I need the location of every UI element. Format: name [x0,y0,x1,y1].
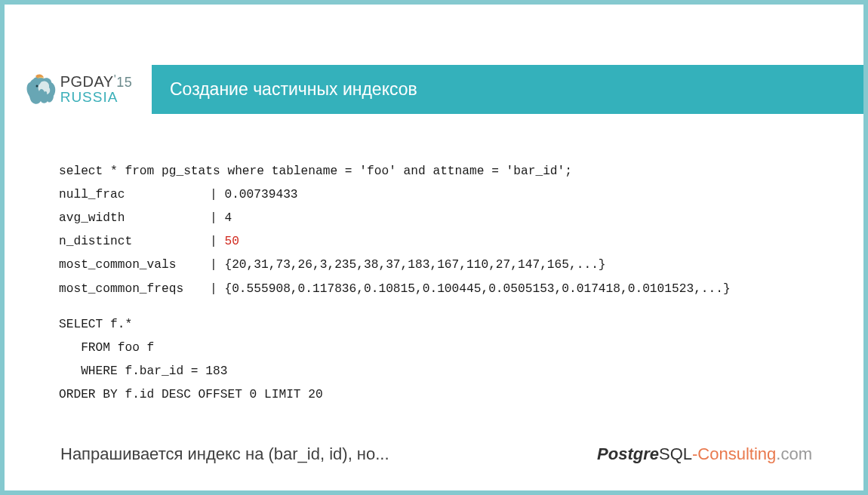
code-line: n_distinct| 50 [59,230,809,254]
logo-russia: RUSSIA [60,90,133,105]
code-line: null_frac| 0.00739433 [59,183,809,207]
footer-brand: PostgreSQL-Consulting.com [597,444,812,464]
logo-pgday: PGDAY [60,73,114,90]
svg-point-0 [35,85,38,87]
brand-part-dotcom: .com [776,444,812,463]
brand-part-sql: SQL [659,444,692,463]
code-line: avg_width| 4 [59,207,809,230]
code-line: SELECT f.* [59,313,809,337]
logo-year: 15 [116,75,132,90]
highlighted-value: 50 [224,235,239,248]
title-bar: Создание частичных индексов [152,65,863,114]
code-block: select * from pg_stats where tablename =… [59,160,809,407]
code-line: most_common_freqs| {0.555908,0.117836,0.… [59,278,809,301]
event-logo: PGDAY'15 RUSSIA [5,74,152,106]
brand-part-postgre: Postgre [597,444,659,463]
brand-part-consulting: Consulting [697,444,776,463]
elephant-icon [24,74,57,106]
code-line: ORDER BY f.id DESC OFFSET 0 LIMIT 20 [59,383,809,407]
logo-text: PGDAY'15 RUSSIA [60,74,133,105]
slide-note: Напрашивается индекс на (bar_id, id), но… [60,444,389,464]
code-line: most_common_vals| {20,31,73,26,3,235,38,… [59,254,809,277]
spacer [59,301,809,313]
slide-frame: PGDAY'15 RUSSIA Создание частичных индек… [0,0,868,495]
code-line: select * from pg_stats where tablename =… [59,160,809,183]
code-line: WHERE f.bar_id = 183 [59,360,809,383]
header-row: PGDAY'15 RUSSIA Создание частичных индек… [5,61,863,118]
code-line: FROM foo f [59,337,809,360]
slide-title: Создание частичных индексов [170,79,417,100]
